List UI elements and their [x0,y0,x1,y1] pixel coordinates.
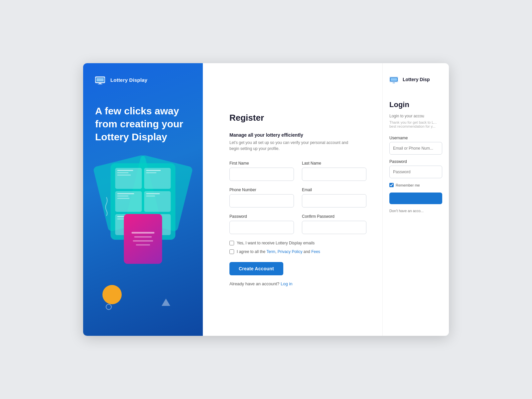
privacy-link[interactable]: Privacy Policy [278,249,303,254]
email-group: Email [302,188,366,207]
phone-label: Phone Number [229,188,294,192]
already-account-text: Already have an account? Log in [229,281,356,286]
illus-center-card [124,214,162,264]
logo-icon [95,75,107,84]
triangle-icon [162,299,170,306]
login-remember-area: Remember me [389,183,442,187]
login-username-label: Username [389,136,442,140]
first-name-label: First Name [229,161,294,166]
email-opt-in-area: Yes, I want to receive Lottery Display e… [229,241,356,245]
phone-group: Phone Number [229,188,294,207]
svg-rect-2 [96,78,104,81]
illustration [95,160,191,323]
mini-card-4 [144,191,171,212]
section-heading: Manage all your lottery efficiently [229,132,356,138]
remember-me-checkbox[interactable] [389,183,394,187]
register-title: Register [229,113,356,123]
confirm-password-group: Confirm Password [302,214,366,234]
login-link[interactable]: Log in [281,281,292,286]
login-panel-peek: Lottery Disp Login Login to your accou T… [382,63,449,336]
terms-label: I agree to all the Term, Privacy Policy … [237,249,320,254]
email-opt-in-checkbox[interactable] [229,241,234,245]
svg-rect-8 [393,82,395,83]
terms-area: I agree to all the Term, Privacy Policy … [229,249,356,254]
page-wrapper: Lottery Display A few clicks away from c… [83,63,449,336]
login-password-label: Password [389,159,442,164]
confirm-password-input[interactable] [302,221,366,234]
email-opt-in-label: Yes, I want to receive Lottery Display e… [237,241,315,245]
section-sub: Let's get you all set up so you can veri… [229,140,356,152]
last-name-input[interactable] [302,168,366,181]
term-link[interactable]: Term [266,249,275,254]
login-username-input[interactable] [389,142,442,155]
orange-circle [102,285,122,304]
left-logo-area: Lottery Display [95,75,191,84]
terms-checkbox[interactable] [229,249,234,254]
login-title: Login [389,100,442,109]
confirm-password-label: Confirm Password [302,214,366,219]
phone-input[interactable] [229,194,294,207]
left-headline: A few clicks away from creating your Lot… [95,104,191,143]
remember-me-label: Remember me [396,183,420,187]
password-group: Password [229,214,294,234]
last-name-label: Last Name [302,161,366,166]
password-row: Password Confirm Password [229,214,356,234]
login-subtitle: Login to your accou [389,114,442,118]
svg-rect-4 [98,84,102,84]
login-no-account: Don't have an acco... [389,209,442,213]
register-panel: Register Manage all your lottery efficie… [203,63,382,336]
mini-card-3 [115,191,142,212]
small-circle-icon [106,304,112,310]
login-logo-icon [389,75,400,84]
login-password-input[interactable] [389,166,442,178]
login-logo-area: Lottery Disp [389,75,442,84]
email-input[interactable] [302,194,366,207]
squiggle-icon [103,197,109,216]
first-name-group: First Name [229,161,294,181]
left-panel: Lottery Display A few clicks away from c… [83,63,203,336]
mini-card-1 [115,168,142,189]
last-name-group: Last Name [302,161,366,181]
login-button[interactable] [389,193,442,204]
create-account-button[interactable]: Create Account [229,262,283,275]
email-label: Email [302,188,366,192]
name-row: First Name Last Name [229,161,356,181]
password-label: Password [229,214,294,219]
fees-link[interactable]: Fees [311,249,320,254]
contact-row: Phone Number Email [229,188,356,207]
login-sub-detail: Thank you for get back to L... best reco… [389,120,442,128]
login-logo-text: Lottery Disp [403,77,430,82]
password-input[interactable] [229,221,294,234]
svg-rect-7 [391,78,397,81]
left-logo-text: Lottery Display [110,77,147,83]
register-form: First Name Last Name Phone Number Email [229,161,356,286]
mini-card-2 [144,168,171,189]
first-name-input[interactable] [229,168,294,181]
